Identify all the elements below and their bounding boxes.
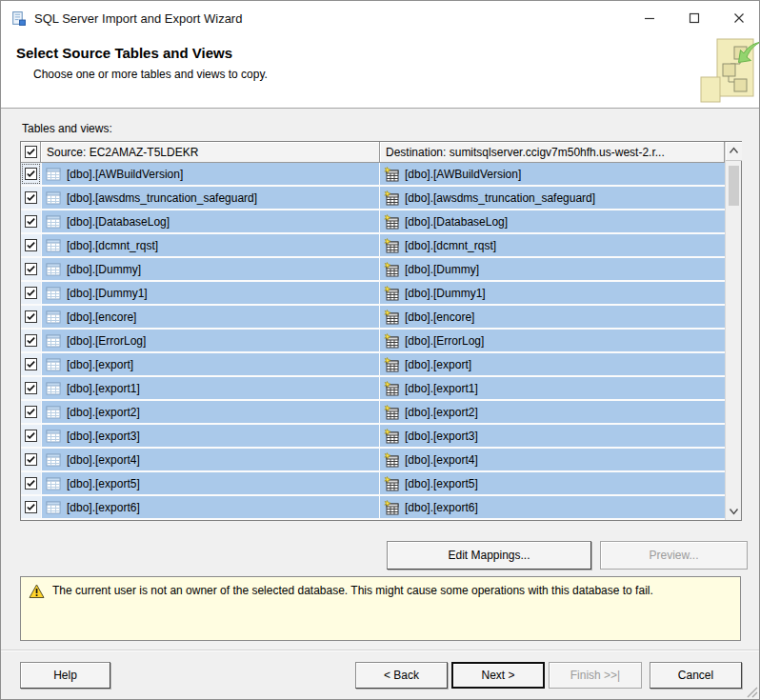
destination-table-cell[interactable]: [dbo].[ErrorLog] xyxy=(380,330,725,351)
table-row[interactable]: [dbo].[export1] [dbo].[export1] xyxy=(21,377,725,399)
row-checkbox-cell[interactable] xyxy=(21,330,41,351)
row-checkbox[interactable] xyxy=(25,239,37,251)
maximize-button[interactable] xyxy=(671,1,716,35)
destination-table-cell[interactable]: [dbo].[export4] xyxy=(380,449,725,470)
row-checkbox-cell[interactable] xyxy=(21,258,41,280)
back-button[interactable]: < Back xyxy=(355,662,448,689)
source-table-cell[interactable]: [dbo].[export3] xyxy=(41,425,380,447)
select-all-header-cell[interactable] xyxy=(21,142,41,163)
source-table-cell[interactable]: [dbo].[AWBuildVersion] xyxy=(41,163,380,185)
maximize-icon xyxy=(689,12,700,24)
source-table-cell[interactable]: [dbo].[encore] xyxy=(41,306,380,328)
resize-grip-icon[interactable] xyxy=(744,684,758,698)
source-table-cell[interactable]: [dbo].[Dummy1] xyxy=(41,282,380,304)
scrollbar-thumb[interactable] xyxy=(729,166,739,206)
row-checkbox[interactable] xyxy=(25,215,37,228)
source-table-cell[interactable]: [dbo].[dcmnt_rqst] xyxy=(41,234,380,256)
row-checkbox[interactable] xyxy=(25,287,37,299)
row-checkbox[interactable] xyxy=(25,477,37,490)
row-checkbox-cell[interactable] xyxy=(21,353,41,375)
destination-table-cell[interactable]: [dbo].[export2] xyxy=(380,401,725,423)
row-checkbox-cell[interactable] xyxy=(21,163,41,185)
destination-table-cell[interactable]: [dbo].[export5] xyxy=(380,472,725,494)
destination-table-name: [dbo].[export6] xyxy=(405,501,478,514)
row-checkbox[interactable] xyxy=(25,501,37,513)
table-row[interactable]: [dbo].[awsdms_truncation_safeguard] [dbo… xyxy=(21,187,725,209)
table-row[interactable]: [dbo].[export2] [dbo].[export2] xyxy=(21,401,725,423)
source-table-cell[interactable]: [dbo].[export1] xyxy=(41,377,380,399)
source-table-cell[interactable]: [dbo].[export] xyxy=(41,353,380,375)
select-all-checkbox[interactable] xyxy=(25,146,37,158)
row-checkbox-cell[interactable] xyxy=(21,377,41,399)
cancel-button[interactable]: Cancel xyxy=(650,662,742,689)
edit-mappings-button[interactable]: Edit Mappings... xyxy=(387,541,591,570)
scroll-down-button[interactable] xyxy=(726,501,742,520)
row-checkbox[interactable] xyxy=(25,430,37,442)
destination-table-cell[interactable]: [dbo].[Dummy] xyxy=(380,258,725,280)
source-table-cell[interactable]: [dbo].[export4] xyxy=(41,449,380,470)
row-checkbox-cell[interactable] xyxy=(21,401,41,423)
close-button[interactable] xyxy=(716,1,760,35)
source-table-cell[interactable]: [dbo].[export2] xyxy=(41,401,380,423)
table-row[interactable]: [dbo].[Dummy] [dbo].[Dummy] xyxy=(21,258,725,280)
new-table-icon xyxy=(384,476,399,491)
source-table-cell[interactable]: [dbo].[export5] xyxy=(41,472,380,494)
row-checkbox-cell[interactable] xyxy=(21,234,41,256)
window-title: SQL Server Import and Export Wizard xyxy=(34,11,242,26)
destination-table-cell[interactable]: [dbo].[export6] xyxy=(380,496,725,518)
row-checkbox[interactable] xyxy=(25,168,37,180)
row-checkbox[interactable] xyxy=(25,453,37,466)
title-bar[interactable]: SQL Server Import and Export Wizard xyxy=(1,1,760,35)
source-table-cell[interactable]: [dbo].[awsdms_truncation_safeguard] xyxy=(41,187,380,209)
table-row[interactable]: [dbo].[dcmnt_rqst] [dbo].[dcmnt_rqst] xyxy=(21,234,725,256)
source-table-cell[interactable]: [dbo].[DatabaseLog] xyxy=(41,210,380,232)
row-checkbox-cell[interactable] xyxy=(21,496,41,518)
next-button[interactable]: Next > xyxy=(451,662,545,689)
row-checkbox[interactable] xyxy=(25,358,37,370)
row-checkbox[interactable] xyxy=(25,310,37,323)
table-row[interactable]: [dbo].[encore] [dbo].[encore] xyxy=(21,306,725,328)
destination-table-cell[interactable]: [dbo].[encore] xyxy=(380,306,725,328)
row-checkbox-cell[interactable] xyxy=(21,187,41,209)
row-checkbox-cell[interactable] xyxy=(21,472,41,494)
row-checkbox[interactable] xyxy=(25,263,37,275)
source-table-cell[interactable]: [dbo].[Dummy] xyxy=(41,258,380,280)
destination-table-cell[interactable]: [dbo].[export3] xyxy=(380,425,725,447)
destination-table-cell[interactable]: [dbo].[Dummy1] xyxy=(380,282,725,304)
source-table-cell[interactable]: [dbo].[export6] xyxy=(41,496,380,518)
finish-button[interactable]: Finish >>| xyxy=(549,662,642,689)
table-row[interactable]: [dbo].[export6] [dbo].[export6] xyxy=(21,496,725,518)
row-checkbox[interactable] xyxy=(25,382,37,394)
destination-table-cell[interactable]: [dbo].[DatabaseLog] xyxy=(380,210,725,232)
row-checkbox-cell[interactable] xyxy=(21,282,41,304)
destination-table-cell[interactable]: [dbo].[AWBuildVersion] xyxy=(380,163,725,185)
table-row[interactable]: [dbo].[export5] [dbo].[export5] xyxy=(21,472,725,494)
row-checkbox-cell[interactable] xyxy=(21,449,41,470)
row-checkbox[interactable] xyxy=(25,191,37,204)
minimize-button[interactable] xyxy=(627,1,671,35)
destination-table-cell[interactable]: [dbo].[export] xyxy=(380,353,725,375)
table-row[interactable]: [dbo].[AWBuildVersion] [dbo].[AWBuildVer… xyxy=(21,163,725,185)
row-checkbox-cell[interactable] xyxy=(21,306,41,328)
table-row[interactable]: [dbo].[DatabaseLog] [dbo].[DatabaseLog] xyxy=(21,210,725,232)
row-checkbox[interactable] xyxy=(25,406,37,418)
table-row[interactable]: [dbo].[export4] [dbo].[export4] xyxy=(21,449,725,470)
scroll-up-button[interactable] xyxy=(726,142,742,161)
destination-column-header[interactable]: Destination: sumitsqlserver.ccigv7m50hfh… xyxy=(380,142,725,163)
destination-table-cell[interactable]: [dbo].[dcmnt_rqst] xyxy=(380,234,725,256)
vertical-scrollbar[interactable] xyxy=(725,142,741,520)
row-checkbox-cell[interactable] xyxy=(21,210,41,232)
destination-table-cell[interactable]: [dbo].[export1] xyxy=(380,377,725,399)
row-checkbox-cell[interactable] xyxy=(21,425,41,447)
source-table-cell[interactable]: [dbo].[ErrorLog] xyxy=(41,330,380,351)
source-table-name: [dbo].[export2] xyxy=(67,406,140,419)
table-row[interactable]: [dbo].[ErrorLog] [dbo].[ErrorLog] xyxy=(21,330,725,351)
preview-button[interactable]: Preview... xyxy=(600,541,748,570)
table-row[interactable]: [dbo].[export3] [dbo].[export3] xyxy=(21,425,725,447)
destination-table-cell[interactable]: [dbo].[awsdms_truncation_safeguard] xyxy=(380,187,725,209)
table-row[interactable]: [dbo].[export] [dbo].[export] xyxy=(21,353,725,375)
table-row[interactable]: [dbo].[Dummy1] [dbo].[Dummy1] xyxy=(21,282,725,304)
source-column-header[interactable]: Source: EC2AMAZ-T5LDEKR xyxy=(41,142,380,163)
help-button[interactable]: Help xyxy=(20,662,110,689)
row-checkbox[interactable] xyxy=(25,334,37,347)
